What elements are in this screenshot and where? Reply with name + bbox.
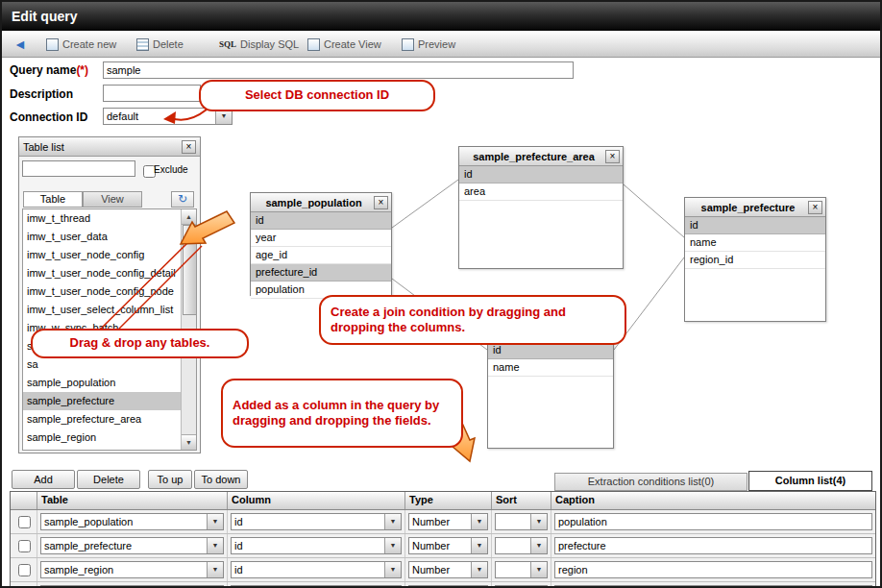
column-grid-header: Table Column Type Sort Caption [11,492,875,510]
table-select[interactable]: sample_prefecture ▼ [40,537,224,554]
table-field[interactable]: name [685,234,825,252]
table-field[interactable]: area [459,184,623,201]
column-select[interactable]: id ▼ [231,561,402,578]
exclude-label: Exclude [154,164,188,175]
create-new-label: Create new [62,38,116,50]
to-down-button[interactable]: To down [194,470,248,489]
table-list-header: Table list × [19,137,200,157]
callout-select-db: Select DB connection ID [199,80,435,111]
header-sort: Sort [492,492,551,509]
table-field[interactable]: prefecture_id [251,264,391,282]
preview-label: Preview [418,38,455,50]
callout-select-db-text: Select DB connection ID [245,87,389,103]
close-icon[interactable]: × [605,150,620,163]
delete-button[interactable]: Delete [136,36,184,53]
header-checkbox-col [11,492,37,509]
table-field[interactable]: year [251,230,391,247]
sort-select[interactable]: ▼ [495,561,548,578]
table-list-item[interactable]: sample_population [23,374,196,392]
query-name-label: Query name(*) [10,63,88,77]
close-icon[interactable]: × [374,196,388,209]
table-list-item[interactable]: imw_t_user_data [23,228,196,246]
table-field[interactable]: name [488,359,613,377]
scroll-down-icon[interactable]: ▼ [182,434,196,450]
row-checkbox[interactable] [18,516,31,528]
add-button[interactable]: Add [12,470,75,489]
table-box-header: sample_prefecture_area × [459,147,623,166]
display-sql-button[interactable]: SQL Display SQL [219,36,299,53]
create-new-button[interactable]: Create new [46,36,116,53]
tab-table[interactable]: Table [23,191,83,208]
table-list-item[interactable]: imw_t_user_select_column_list [23,301,196,319]
diagram-table-sample-population[interactable]: sample_population × id year age_id prefe… [250,192,392,296]
table-search-input[interactable] [22,160,135,177]
close-icon[interactable]: × [808,201,822,214]
table-list-item[interactable]: imw_t_user_node_config [23,246,196,264]
description-input[interactable] [103,85,201,102]
sort-select-value [496,538,530,553]
to-up-button[interactable]: To up [148,470,192,489]
toolbar: ◄ Create new Delete SQL Display SQL Crea… [2,31,880,58]
tab-view[interactable]: View [83,191,142,208]
callout-join-text: Create a join condition by dragging and … [331,305,615,336]
refresh-button[interactable]: ↻ [171,191,194,208]
to-down-button-label: To down [202,474,241,485]
table-field[interactable]: id [685,217,825,234]
type-select[interactable]: Number ▼ [408,537,488,554]
callout-add-column: Added as a column in the query by draggi… [221,379,463,448]
scroll-up-icon[interactable]: ▲ [182,209,196,225]
callout-drag-drop-text: Drag & drop any tables. [70,335,210,351]
table-list-item[interactable]: sample_region [23,429,196,447]
required-mark: (*) [76,63,88,77]
caption-input[interactable] [554,513,872,530]
caption-input[interactable] [554,537,872,554]
table-box-header: sample_prefecture × [685,198,825,217]
row-checkbox[interactable] [18,564,31,576]
chevron-down-icon: ▼ [207,562,223,577]
column-select[interactable]: id ▼ [231,513,402,530]
diagram-table-sample-prefecture[interactable]: sample_prefecture × id name region_id [684,197,826,322]
table-box-title: sample_prefecture_area [462,151,605,162]
refresh-icon: ↻ [178,192,187,206]
table-list-item[interactable]: imw_t_thread [23,209,196,228]
close-icon[interactable]: × [182,140,196,154]
tab-extraction-conditions[interactable]: Extraction conditions list(0) [554,473,747,491]
table-select[interactable]: sample_region ▼ [40,561,224,578]
sort-select[interactable]: ▼ [495,513,548,530]
tab-view-label: View [101,193,124,205]
table-select[interactable]: sample_population ▼ [40,513,224,530]
back-button[interactable]: ◄ [13,36,27,53]
tab-table-label: Table [40,193,65,205]
type-select-value: Number [409,562,471,577]
table-field[interactable]: region_id [685,252,825,269]
table-field[interactable]: id [251,212,391,230]
preview-button[interactable]: Preview [402,36,455,53]
create-view-button[interactable]: Create View [307,36,381,53]
connection-id-label: Connection ID [10,110,87,124]
table-field[interactable]: age_id [251,247,391,264]
table-list-item[interactable]: imw_t_user_node_config_node [23,282,196,301]
column-grid: Table Column Type Sort Caption sample_po… [10,491,876,588]
chevron-down-icon: ▼ [530,514,547,529]
table-field[interactable]: id [459,166,623,184]
sort-select[interactable]: ▼ [495,537,548,554]
row-checkbox[interactable] [18,540,31,552]
table-select-value: sample_prefecture [41,538,207,553]
table-list-item[interactable]: sample_prefecture_area [23,410,196,429]
type-select[interactable]: Number ▼ [408,513,488,530]
caption-input[interactable] [554,561,872,578]
table-list-item[interactable]: imw_t_user_node_config_detail [23,264,196,282]
title-bar: Edit query [2,2,880,31]
tab-column-list[interactable]: Column list(4) [748,471,872,491]
delete-rows-button[interactable]: Delete [77,470,140,489]
scroll-thumb[interactable] [183,225,197,315]
column-row: sample_region ▼ id ▼ Number ▼ ▼ [11,558,875,582]
header-table: Table [37,492,228,509]
table-list-panel: Table list × Exclude Table View ↻ imw_t_… [18,136,201,453]
diagram-table-sample-prefecture-area[interactable]: sample_prefecture_area × id area [458,146,624,269]
type-select[interactable]: Number ▼ [408,561,488,578]
type-select-value: Number [409,538,471,553]
table-list-item-selected[interactable]: sample_prefecture [23,392,196,410]
column-select[interactable]: id ▼ [231,537,402,554]
query-name-input[interactable] [103,61,574,79]
